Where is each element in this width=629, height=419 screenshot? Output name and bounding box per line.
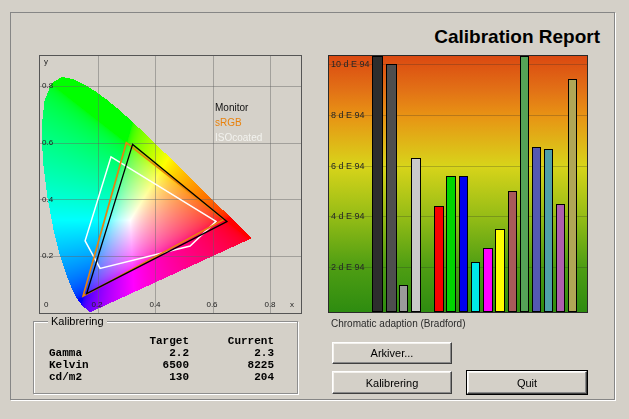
y-tick-0.2: 0.2 <box>42 252 53 260</box>
gridline-label: 4 d E 94 <box>331 212 365 221</box>
y-tick-0.8: 0.8 <box>42 82 53 90</box>
y-tick-0.6: 0.6 <box>42 139 53 147</box>
bar-green <box>446 176 456 312</box>
x-tick-0.2: 0.2 <box>91 301 102 309</box>
table-cell <box>49 335 119 347</box>
groupbox-legend: Kalibrering <box>48 315 107 327</box>
row-label-kelvin: Kelvin <box>49 359 119 371</box>
gamma-target: 2.2 <box>119 347 189 359</box>
bar-yellow <box>495 229 505 312</box>
arkiver-button[interactable]: Arkiver... <box>332 342 452 364</box>
kelvin-current: 8225 <box>189 359 274 371</box>
bar-red <box>434 206 444 312</box>
bar-gray-50% <box>399 285 409 312</box>
calibration-report-window: Calibration Report y 0.8 0.6 0.4 0.2 0 0… <box>0 0 629 419</box>
y-tick-0.4: 0.4 <box>42 196 53 204</box>
cie-legend: Monitor sRGB ISOcoated <box>215 100 262 145</box>
page-title: Calibration Report <box>434 26 600 48</box>
gridline-label: 8 d E 94 <box>331 111 365 120</box>
kelvin-target: 6500 <box>119 359 189 371</box>
bar-cyan <box>471 262 481 312</box>
bar-magenta <box>483 248 493 312</box>
cie-chromaticity-diagram: y 0.8 0.6 0.4 0.2 0 0.2 0.4 0.6 0.8 x Mo… <box>39 55 302 314</box>
kalibrering-button[interactable]: Kalibrering <box>332 371 452 394</box>
kalibrering-groupbox: Kalibrering Target Current Gamma 2.2 2.3… <box>33 321 298 394</box>
bar-gray-25% <box>411 158 421 312</box>
gridline-label: 6 d E 94 <box>331 162 365 171</box>
cie-legend-item: ISOcoated <box>215 130 262 145</box>
bar-gray-100% <box>372 56 383 312</box>
gamut-triangles-overlay <box>40 56 301 313</box>
gamma-current: 2.3 <box>189 347 274 359</box>
quit-button[interactable]: Quit <box>467 371 587 394</box>
bar-blue <box>459 176 469 312</box>
gridline-8dE <box>329 115 587 116</box>
gridline-label: 10 d E 94 <box>331 60 370 69</box>
de94-bar-chart: 10 d E 948 d E 946 d E 944 d E 942 d E 9… <box>328 55 588 313</box>
bar-brown <box>508 191 518 312</box>
bar-gray-75% <box>386 64 397 312</box>
bar-slate-blue <box>532 147 542 312</box>
row-label-luminance: cd/m2 <box>49 371 119 383</box>
column-header-target: Target <box>119 335 189 347</box>
cie-legend-item: sRGB <box>215 115 262 130</box>
x-tick-0.6: 0.6 <box>206 301 217 309</box>
origin-tick: 0 <box>44 301 48 309</box>
x-axis-label: x <box>290 301 294 309</box>
bar-khaki <box>568 79 578 312</box>
cie-legend-item: Monitor <box>215 100 262 115</box>
luminance-current: 204 <box>189 371 274 383</box>
x-tick-0.4: 0.4 <box>149 301 160 309</box>
x-tick-0.8: 0.8 <box>264 301 275 309</box>
bar-mid-green <box>520 56 530 312</box>
gridline-label: 2 d E 94 <box>331 263 365 272</box>
column-header-current: Current <box>189 335 274 347</box>
srgb-gamut-outline <box>83 143 224 296</box>
y-axis-label: y <box>44 58 48 66</box>
isocoated-gamut-outline <box>85 157 216 269</box>
row-label-gamma: Gamma <box>49 347 119 359</box>
bar-teal <box>544 149 554 312</box>
chart-caption: Chromatic adaption (Bradford) <box>331 318 466 329</box>
luminance-target: 130 <box>119 371 189 383</box>
bar-orchid <box>556 204 566 312</box>
calibration-table: Target Current Gamma 2.2 2.3 Kelvin 6500… <box>49 335 274 383</box>
